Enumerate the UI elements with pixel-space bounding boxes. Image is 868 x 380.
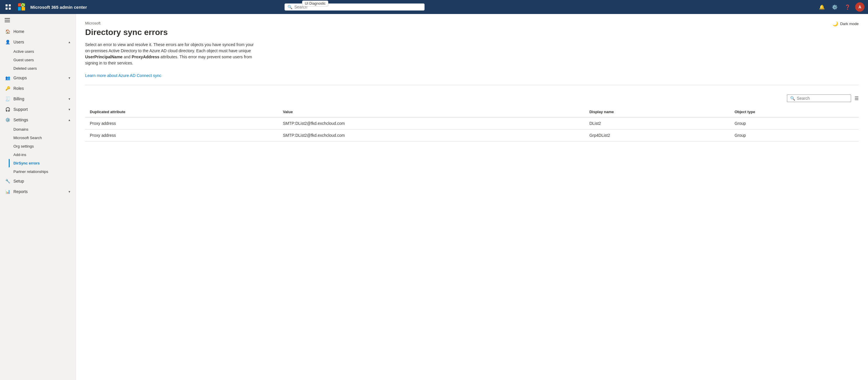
search-icon: 🔍 (790, 96, 795, 100)
setup-icon: 🔧 (5, 178, 10, 184)
sidebar-item-setup[interactable]: 🔧 Setup (0, 176, 75, 186)
app-title: Microsoft 365 admin center (30, 5, 87, 10)
sidebar-item-roles[interactable]: 🔑 Roles (0, 83, 75, 94)
settings-icon[interactable]: ⚙️ (830, 2, 840, 12)
cell-dup-attr: Proxy address (85, 117, 278, 129)
chevron-down-icon: ▼ (68, 77, 71, 80)
sidebar-users-submenu: Active users Guest users Deleted users (0, 47, 75, 72)
chevron-down-icon: ▼ (68, 97, 71, 100)
breadcrumb: Microsoft (85, 21, 859, 25)
sidebar-subitem-domains[interactable]: Domains (13, 125, 75, 134)
cell-dup-attr: Proxy address (85, 129, 278, 141)
avatar[interactable]: A (855, 2, 865, 12)
bold-proxy: ProxyAddress (132, 55, 159, 59)
moon-icon: 🌙 (832, 21, 838, 27)
darkmode-toggle[interactable]: 🌙 Dark mode (832, 21, 859, 27)
sidebar-item-settings[interactable]: ⚙️ Settings ▲ (0, 115, 75, 125)
cell-display-name: DList2 (585, 117, 730, 129)
sidebar-subitem-partner-relationships[interactable]: Partner relationships (13, 167, 75, 176)
sidebar-item-label: Support (13, 107, 65, 112)
sidebar-item-support[interactable]: 🎧 Support ▼ (0, 104, 75, 115)
sidebar-subitem-guest-users[interactable]: Guest users (13, 56, 75, 64)
main-content: 🌙 Dark mode Microsoft Directory sync err… (76, 14, 868, 380)
svg-rect-3 (9, 7, 11, 10)
settings-icon: ⚙️ (5, 117, 10, 123)
learn-more-link[interactable]: Learn more about Azure AD Connect sync (85, 73, 161, 78)
search-icon: 🔍 (287, 5, 292, 9)
roles-icon: 🔑 (5, 85, 10, 91)
table-row[interactable]: Proxy address SMTP:DList2@fkd.exchcloud.… (85, 117, 859, 129)
chevron-up-icon: ▲ (68, 40, 71, 44)
bold-upn: UserPrincipalName (85, 55, 122, 59)
help-icon[interactable]: ❓ (842, 2, 853, 12)
sidebar-item-users[interactable]: 👤 Users ▲ (0, 37, 75, 47)
svg-rect-0 (5, 4, 7, 6)
sidebar-item-label: Billing (13, 96, 65, 101)
chevron-up-icon: ▲ (68, 118, 71, 122)
cell-object-type: Group (730, 129, 859, 141)
ui-diagnostic-badge: UI Diagnostic (302, 1, 328, 6)
col-header-dup-attr: Duplicated attribute (85, 107, 278, 117)
sidebar-item-label: Users (13, 40, 65, 44)
sidebar-subitem-dirsync-errors[interactable]: DirSync errors (13, 159, 75, 167)
sidebar-toggle[interactable] (0, 14, 75, 26)
grid-menu-icon[interactable] (3, 2, 13, 12)
sidebar-item-label: Roles (13, 86, 71, 91)
reports-icon: 📊 (5, 189, 10, 195)
sidebar-item-reports[interactable]: 📊 Reports ▼ (0, 186, 75, 197)
darkmode-label: Dark mode (840, 22, 859, 26)
table-search-input[interactable] (797, 96, 848, 100)
sidebar-item-label: Home (13, 29, 71, 34)
col-header-object-type: Object type (730, 107, 859, 117)
billing-icon: 🧾 (5, 96, 10, 102)
users-icon: 👤 (5, 39, 10, 45)
groups-icon: 👥 (5, 75, 10, 81)
sidebar-subitem-active-users[interactable]: Active users (13, 47, 75, 56)
page-title: Directory sync errors (85, 28, 859, 37)
page-description: Select an error to view and resolve it. … (85, 42, 260, 66)
home-icon: 🏠 (5, 29, 10, 34)
sidebar-item-label: Reports (13, 189, 65, 194)
sidebar-subitem-add-ins[interactable]: Add-ins (13, 150, 75, 159)
sidebar-item-home[interactable]: 🏠 Home (0, 26, 75, 37)
cell-display-name: Grp4DList2 (585, 129, 730, 141)
filter-icon[interactable]: ☰ (855, 96, 859, 101)
sidebar-item-billing[interactable]: 🧾 Billing ▼ (0, 94, 75, 104)
chevron-down-icon: ▼ (68, 190, 71, 193)
svg-rect-1 (9, 4, 11, 6)
app-logo (16, 2, 27, 12)
errors-table: Duplicated attribute Value Display name … (85, 107, 859, 141)
section-divider (85, 85, 859, 85)
table-row[interactable]: Proxy address SMTP:DList2@fkd.exchcloud.… (85, 129, 859, 141)
table-toolbar: 🔍 ☰ (85, 92, 859, 105)
svg-rect-2 (5, 7, 7, 10)
cell-value: SMTP:DList2@fkd.exchcloud.com (278, 117, 585, 129)
col-header-value: Value (278, 107, 585, 117)
cell-object-type: Group (730, 117, 859, 129)
sidebar-item-label: Groups (13, 76, 65, 80)
top-navigation: Microsoft 365 admin center 🔍 UI Diagnost… (0, 0, 868, 14)
svg-rect-5 (5, 18, 10, 19)
col-header-display-name: Display name (585, 107, 730, 117)
sidebar-subitem-deleted-users[interactable]: Deleted users (13, 64, 75, 72)
svg-rect-7 (5, 22, 10, 22)
sidebar-settings-submenu: Domains Microsoft Search Org settings Ad… (0, 125, 75, 176)
sidebar-item-groups[interactable]: 👥 Groups ▼ (0, 72, 75, 83)
chevron-down-icon: ▼ (68, 108, 71, 111)
sidebar-item-label: Settings (13, 118, 65, 122)
topnav-right-controls: 🔔 ⚙️ ❓ A (817, 2, 865, 12)
cell-value: SMTP:DList2@fkd.exchcloud.com (278, 129, 585, 141)
notifications-icon[interactable]: 🔔 (817, 2, 827, 12)
table-search-box[interactable]: 🔍 (787, 94, 851, 102)
sidebar-subitem-org-settings[interactable]: Org settings (13, 142, 75, 150)
support-icon: 🎧 (5, 107, 10, 112)
sidebar: 🏠 Home 👤 Users ▲ Active users Guest user… (0, 14, 76, 380)
global-search-box[interactable]: 🔍 UI Diagnostic (285, 3, 425, 10)
svg-rect-6 (5, 20, 10, 21)
sidebar-item-label: Setup (13, 179, 71, 183)
sidebar-subitem-microsoft-search[interactable]: Microsoft Search (13, 134, 75, 142)
